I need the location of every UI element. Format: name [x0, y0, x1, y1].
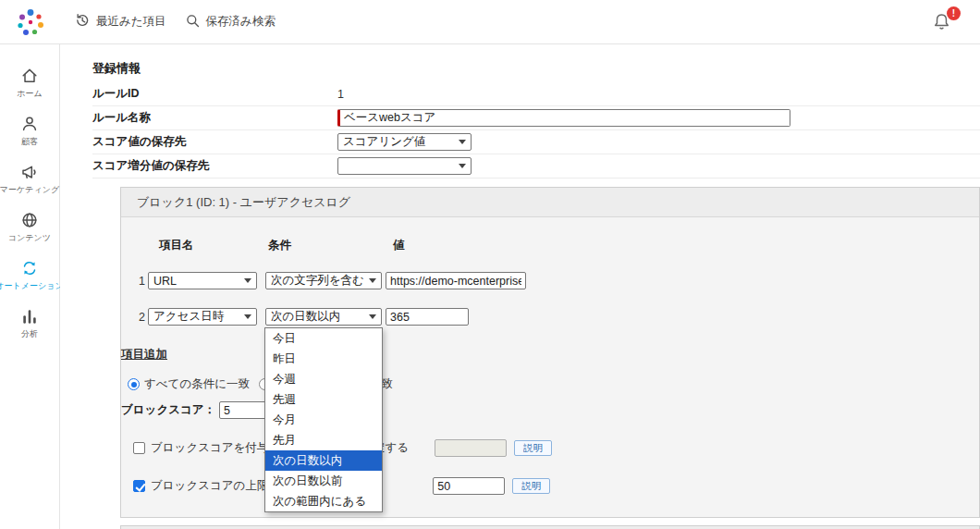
field-select-1[interactable]: URL	[148, 272, 257, 289]
search-icon	[185, 13, 201, 31]
rule-id-row: ルールID 1	[92, 82, 980, 106]
recent-items-label: 最近みた項目	[96, 14, 166, 30]
sidebar-item-customers[interactable]: 顧客	[0, 115, 60, 148]
column-header-field: 項目名	[159, 238, 268, 253]
notification-badge: !	[947, 6, 961, 20]
match-mode-row: すべての条件に一致 いずれかの条件に一致	[128, 376, 979, 392]
app-window: 最近みた項目 保存済み検索 !	[0, 0, 980, 529]
app-logo[interactable]	[15, 6, 46, 38]
score-destination-select[interactable]: スコアリング値	[337, 133, 472, 151]
sidebar-item-marketing[interactable]: マーケティング	[0, 163, 60, 196]
sidebar-item-content[interactable]: コンテンツ	[0, 211, 60, 244]
condition-options-listbox: 今日 昨日 今週 先週 今月 先月 次の日数以内 次の日数以前 次の範囲内にある	[264, 327, 383, 512]
option-last-week[interactable]: 先週	[265, 389, 382, 410]
condition-row-2: 2 アクセス日時 次の日数以内 今日 昨日 今週	[139, 308, 979, 326]
upper-limit-row: ブロックスコアの上限値を設定する 説明	[133, 477, 979, 495]
block2-panel: ブロック2 (ID: 2)	[120, 525, 980, 529]
value-input-1[interactable]	[386, 272, 526, 289]
sidebar-item-label: マーケティング	[0, 184, 59, 196]
home-icon	[20, 67, 39, 85]
condition-select-1-value: 次の文字列を含む	[271, 273, 364, 289]
bar-chart-icon	[20, 307, 39, 326]
condition-select-2[interactable]: 次の日数以内	[265, 308, 382, 326]
block-score-row: ブロックスコア：	[121, 401, 979, 419]
field-select-1-value: URL	[153, 275, 177, 288]
condition-row-1: 1 URL 次の文字列を含む	[139, 272, 979, 289]
block-score-label: ブロックスコア：	[121, 402, 215, 418]
upper-limit-checkbox[interactable]	[133, 480, 145, 492]
value-input-2[interactable]	[386, 308, 469, 326]
option-within-next-days[interactable]: 次の日数以内	[265, 450, 382, 471]
grant-limit-checkbox[interactable]	[133, 442, 145, 454]
app-logo-icon	[16, 7, 45, 37]
description-button-2[interactable]: 説明	[512, 478, 550, 494]
select-caret-icon	[244, 314, 251, 319]
automation-cycle-icon	[20, 259, 39, 277]
sidebar-item-home[interactable]: ホーム	[0, 67, 60, 100]
block1-panel: ブロック1 (ID: 1) - ユーザアクセスログ 項目名 条件 値 1 URL…	[120, 187, 980, 518]
select-caret-icon	[244, 278, 251, 283]
option-before-next-days[interactable]: 次の日数以前	[265, 471, 382, 491]
saved-search-label: 保存済み検索	[206, 14, 276, 30]
field-select-2-value: アクセス日時	[153, 309, 224, 325]
condition-select-2-value: 次の日数以内	[271, 309, 340, 325]
field-select-2[interactable]: アクセス日時	[148, 308, 257, 326]
option-this-week[interactable]: 今週	[265, 369, 382, 389]
grant-limit-row: ブロックスコアを付与する回数の上限を設定する 説明	[133, 439, 979, 457]
section-title: 登録情報	[92, 60, 980, 77]
condition-select-1[interactable]: 次の文字列を含む	[265, 272, 382, 289]
select-caret-icon	[369, 278, 376, 283]
sidebar-item-automation[interactable]: オートメーション	[0, 259, 60, 292]
grant-limit-input[interactable]	[435, 439, 507, 457]
person-icon	[20, 115, 39, 133]
score-destination-label: スコア値の保存先	[92, 134, 337, 150]
score-destination-value: スコアリング値	[343, 134, 425, 150]
option-last-month[interactable]: 先月	[265, 430, 382, 450]
sidebar-item-label: ホーム	[17, 88, 42, 100]
column-header-value: 値	[393, 238, 405, 253]
row-number: 2	[139, 311, 148, 324]
main-content: 登録情報 ルールID 1 ルール名称 スコア値の保存先 スコアリング値 スコア増…	[60, 44, 980, 529]
option-today[interactable]: 今日	[265, 328, 382, 349]
condition-table-headers: 項目名 条件 値	[159, 238, 979, 253]
globe-icon	[20, 211, 39, 229]
block1-body: 項目名 条件 値 1 URL 次の文字列を含む	[121, 217, 979, 517]
select-caret-icon	[459, 164, 466, 168]
recent-items-button[interactable]: 最近みた項目	[74, 12, 166, 31]
column-header-condition: 条件	[268, 238, 393, 253]
option-within-range[interactable]: 次の範囲内にある	[265, 491, 382, 511]
rule-id-label: ルールID	[92, 86, 337, 102]
match-all-label: すべての条件に一致	[144, 376, 250, 392]
sidebar-item-label: コンテンツ	[8, 232, 51, 244]
description-button-1[interactable]: 説明	[514, 440, 552, 456]
megaphone-icon	[20, 163, 39, 181]
upper-limit-input[interactable]	[433, 477, 505, 495]
sidebar-item-label: 分析	[21, 328, 38, 340]
history-icon	[74, 12, 91, 31]
option-this-month[interactable]: 今月	[265, 410, 382, 430]
condition-select-2-wrap: 次の日数以内 今日 昨日 今週 先週 今月 先月 次の日数以内 次の日数以前	[265, 308, 382, 326]
block1-header: ブロック1 (ID: 1) - ユーザアクセスログ	[121, 188, 979, 217]
score-increment-destination-label: スコア増分値の保存先	[92, 158, 337, 174]
saved-search-button[interactable]: 保存済み検索	[185, 13, 276, 31]
score-increment-destination-select[interactable]	[337, 157, 472, 175]
row-number: 1	[139, 275, 148, 288]
topbar-right: !	[932, 12, 952, 32]
topbar: 最近みた項目 保存済み検索 !	[0, 0, 980, 44]
rule-id-value: 1	[337, 88, 344, 101]
rule-name-label: ルール名称	[92, 110, 337, 126]
add-item-link[interactable]: 項目追加	[121, 347, 167, 363]
notifications-button[interactable]: !	[932, 12, 952, 32]
score-increment-destination-row: スコア増分値の保存先	[92, 154, 980, 178]
rule-name-input[interactable]	[337, 109, 790, 127]
rule-name-row: ルール名称	[92, 106, 980, 130]
sidebar-item-label: オートメーション	[0, 280, 64, 292]
select-caret-icon	[369, 314, 376, 319]
select-caret-icon	[459, 140, 466, 144]
option-yesterday[interactable]: 昨日	[265, 349, 382, 369]
sidebar: ホーム 顧客 マーケティング コンテンツ	[0, 44, 60, 529]
sidebar-item-label: 顧客	[21, 136, 38, 148]
sidebar-item-analytics[interactable]: 分析	[0, 307, 60, 340]
match-all-radio[interactable]	[128, 378, 140, 390]
score-destination-row: スコア値の保存先 スコアリング値	[92, 130, 980, 154]
